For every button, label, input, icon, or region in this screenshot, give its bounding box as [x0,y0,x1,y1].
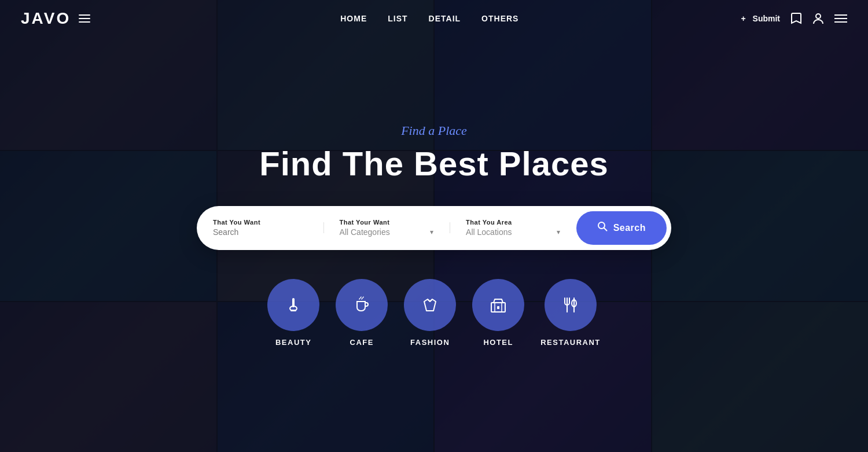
category-restaurant-label: RESTAURANT [540,338,601,347]
menu-lines-icon[interactable] [834,14,847,23]
nav-link-home[interactable]: HOME [340,14,367,23]
hero-title: Find The Best Places [259,144,608,183]
category-fashion-icon [404,279,456,331]
nav-link-others[interactable]: OTHERS [481,14,518,23]
search-category-select[interactable]: All Categories Beauty Cafe Fashion Hotel… [340,227,434,237]
hero-content: Find a Place Find The Best Places That Y… [0,0,868,452]
submit-button[interactable]: + Submit [741,14,780,23]
hamburger-menu[interactable] [79,14,90,23]
search-button[interactable]: Search [576,211,667,245]
category-hotel[interactable]: HOTEL [472,279,524,347]
category-beauty[interactable]: BEAUTY [267,279,319,347]
brand-logo: JAVO [21,9,71,28]
user-icon[interactable] [812,12,824,25]
search-location-value[interactable]: All Locations New York Los Angeles Chica… [466,227,560,237]
category-fashion[interactable]: FASHION [404,279,456,347]
nav-links: HOME LIST DETAIL OTHERS [118,14,741,23]
search-keyword-input[interactable] [213,227,307,237]
nav-actions: + Submit [741,12,847,25]
search-keyword-value[interactable] [213,227,307,237]
search-keyword-segment: That You Want [197,219,323,237]
hero-subtitle: Find a Place [401,123,467,138]
category-fashion-label: FASHION [410,338,450,347]
search-category-value[interactable]: All Categories Beauty Cafe Fashion Hotel… [340,227,434,237]
svg-line-5 [604,228,606,231]
category-beauty-icon [267,279,319,331]
category-restaurant-icon [545,279,597,331]
bookmark-icon[interactable] [790,12,802,25]
nav-link-detail[interactable]: DETAIL [429,14,461,23]
category-cafe-label: CAFE [350,338,374,347]
search-button-label: Search [613,223,646,233]
search-category-segment: That Your Want All Categories Beauty Caf… [323,219,450,237]
category-beauty-label: BEAUTY [275,338,311,347]
category-restaurant[interactable]: RESTAURANT [540,279,601,347]
category-hotel-label: HOTEL [483,338,513,347]
svg-point-0 [816,14,821,19]
search-location-segment: That You Area All Locations New York Los… [450,219,576,237]
search-location-label: That You Area [466,219,560,226]
search-keyword-label: That You Want [213,219,307,226]
category-cafe[interactable]: CAFE [336,279,388,347]
search-category-label: That Your Want [340,219,434,226]
plus-icon: + [741,14,745,23]
category-hotel-icon [472,279,524,331]
svg-rect-8 [290,310,296,311]
category-cafe-icon [336,279,388,331]
nav-link-list[interactable]: LIST [388,14,407,23]
logo-area: JAVO [21,9,90,28]
categories-row: BEAUTY CAFE FASHION [267,279,601,347]
search-location-select[interactable]: All Locations New York Los Angeles Chica… [466,227,560,237]
search-bar: That You Want That Your Want All Categor… [197,206,671,250]
search-icon [597,221,608,234]
svg-rect-10 [497,306,499,309]
navbar: JAVO HOME LIST DETAIL OTHERS + Submit [0,0,868,37]
